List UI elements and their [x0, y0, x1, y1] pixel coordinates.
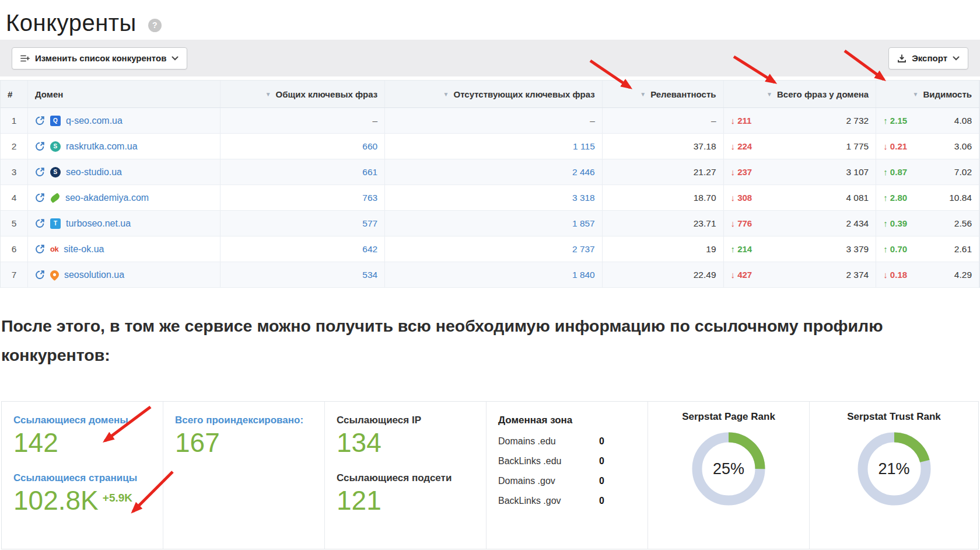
missing-keywords-text[interactable]: 3 318 [572, 193, 595, 203]
help-icon[interactable]: ? [148, 19, 162, 32]
download-icon [897, 54, 907, 63]
common-keywords-text[interactable]: 661 [362, 167, 377, 177]
total-phrases-value: 3 379 [846, 244, 869, 255]
domain-link[interactable]: seo-studio.ua [66, 167, 122, 177]
row-number: 2 [1, 134, 28, 159]
visibility-change-up: ↑ 0.87 [883, 167, 907, 177]
referring-ips-stat: Ссылающиеся IP 134 [337, 415, 486, 458]
total-phrases-cell: ↓ 4272 374 [724, 262, 877, 287]
site-favicon: ok [50, 244, 58, 255]
column-header-label: Отсутствующих ключевых фраз [454, 89, 595, 99]
sort-desc-icon[interactable]: ▼ [265, 91, 271, 98]
edit-competitors-button[interactable]: Изменить список конкурентов [12, 47, 187, 69]
domain-zone-column: Доменная зона Domains .edu0BackLinks .ed… [487, 402, 648, 549]
referring-domains-label[interactable]: Ссылающиеся домены [13, 415, 163, 426]
common-keywords-text[interactable]: 577 [362, 218, 377, 229]
external-link-icon[interactable] [35, 193, 45, 203]
page-rank-column: Serpstat Page Rank 25% [648, 402, 810, 549]
visibility-value: 2.56 [954, 218, 972, 229]
relevance-cell: 18.70 [603, 185, 724, 210]
visibility-cell: ↑ 2.8010.84 [876, 185, 979, 210]
column-header-2[interactable]: ▼Общих ключевых фраз [220, 81, 386, 107]
column-header-label: Домен [35, 89, 63, 99]
domain-link[interactable]: seosolution.ua [64, 270, 124, 280]
column-header-3[interactable]: ▼Отсутствующих ключевых фраз [385, 81, 603, 107]
external-link-icon[interactable] [35, 141, 45, 151]
visibility-change-down: ↓ 0.18 [883, 270, 907, 280]
domain-link[interactable]: turboseo.net.ua [66, 218, 131, 229]
external-link-icon[interactable] [35, 270, 45, 280]
total-phrases-value: 1 775 [846, 141, 869, 152]
missing-keywords-text[interactable]: 1 857 [572, 218, 595, 229]
sort-desc-icon[interactable]: ▼ [443, 91, 449, 98]
domain-zone-label: BackLinks .edu [498, 456, 562, 467]
table-row: 6oksite-ok.ua6422 73719↑ 2143 379↑ 0.702… [1, 236, 979, 262]
domain-link[interactable]: seo-akademiya.com [65, 193, 149, 203]
total-indexed-label[interactable]: Всего проиндексировано: [175, 415, 324, 426]
common-keywords-text: – [373, 116, 378, 126]
column-header-6[interactable]: ▼Видимость [876, 81, 979, 107]
domain-zone-value: 0 [599, 436, 604, 447]
total-indexed-value: 167 [175, 428, 324, 458]
domain-link[interactable]: site-ok.ua [64, 244, 104, 255]
column-header-5[interactable]: ▼Всего фраз у домена [724, 81, 877, 107]
row-number: 1 [1, 108, 28, 133]
sort-desc-icon[interactable]: ▼ [640, 91, 646, 98]
visibility-change-down: ↓ 0.21 [883, 141, 907, 151]
visibility-value: 4.08 [954, 116, 972, 126]
common-keywords-text[interactable]: 660 [362, 141, 377, 152]
referring-subnets-label: Ссылающиеся подсети [337, 472, 486, 484]
row-number: 4 [1, 185, 28, 210]
total-phrases-value: 2 374 [846, 270, 869, 280]
missing-keywords-text[interactable]: 1 840 [572, 270, 595, 280]
total-indexed-column: Всего проиндексировано: 167 [163, 402, 325, 549]
domain-zone-row: Domains .gov0 [498, 476, 604, 486]
missing-keywords: – [385, 108, 603, 133]
table-row: 7seosolution.ua5341 84022.49↓ 4272 374↓ … [1, 262, 979, 288]
missing-keywords-text[interactable]: 1 115 [573, 141, 595, 152]
common-keywords-text[interactable]: 763 [362, 193, 377, 203]
chevron-down-icon [953, 56, 960, 61]
total-phrases-change-up: ↑ 214 [731, 244, 752, 254]
visibility-value: 7.02 [954, 167, 972, 177]
domain-zone-value: 0 [599, 496, 604, 506]
external-link-icon[interactable] [35, 116, 45, 126]
referring-pages-label[interactable]: Ссылающиеся страницы [13, 472, 163, 484]
column-header-label: Общих ключевых фраз [276, 89, 378, 99]
missing-keywords-text[interactable]: 2 737 [572, 244, 595, 255]
sort-desc-icon[interactable]: ▼ [913, 91, 919, 98]
site-favicon: Q [50, 116, 61, 126]
trust-rank-percent: 21% [856, 430, 933, 507]
common-keywords-text[interactable]: 534 [362, 270, 377, 280]
explanatory-paragraph: После этого, в том же сервисе можно полу… [1, 311, 926, 370]
common-keywords-text[interactable]: 642 [362, 244, 377, 255]
relevance-cell: – [603, 108, 724, 133]
common-keywords: 660 [220, 134, 386, 159]
domain-cell: Qq-seo.com.ua [28, 108, 220, 133]
total-phrases-change-down: ↓ 308 [731, 193, 752, 203]
column-header-4[interactable]: ▼Релевантность [603, 81, 724, 107]
common-keywords: 534 [220, 262, 386, 287]
sort-desc-icon[interactable]: ▼ [766, 91, 772, 98]
missing-keywords-text[interactable]: 2 446 [572, 167, 595, 177]
external-link-icon[interactable] [35, 167, 45, 177]
external-link-icon[interactable] [35, 218, 45, 228]
referring-ips-value: 134 [337, 428, 486, 458]
backlink-stats-panel: Ссылающиеся домены 142 Ссылающиеся стран… [1, 401, 979, 549]
domain-zone-row: BackLinks .gov0 [498, 496, 604, 506]
referring-pages-delta: +5.9K [103, 492, 132, 504]
total-phrases-change-down: ↓ 224 [731, 141, 752, 151]
external-link-icon[interactable] [35, 244, 45, 254]
relevance-value: 18.70 [694, 193, 716, 203]
domain-link[interactable]: raskrutka.com.ua [66, 141, 138, 152]
total-phrases-change-down: ↓ 211 [731, 116, 752, 126]
common-keywords: 642 [220, 236, 386, 262]
visibility-value: 4.29 [954, 270, 972, 280]
domain-zone-title: Доменная зона [498, 415, 648, 426]
chevron-down-icon [172, 56, 178, 61]
competitors-table: #Домен▼Общих ключевых фраз▼Отсутствующих… [0, 80, 980, 288]
page-rank-title: Serpstat Page Rank [648, 411, 809, 423]
export-button[interactable]: Экспорт [888, 47, 968, 69]
domain-cell: Sseo-studio.ua [28, 159, 220, 185]
domain-link[interactable]: q-seo.com.ua [66, 116, 123, 126]
